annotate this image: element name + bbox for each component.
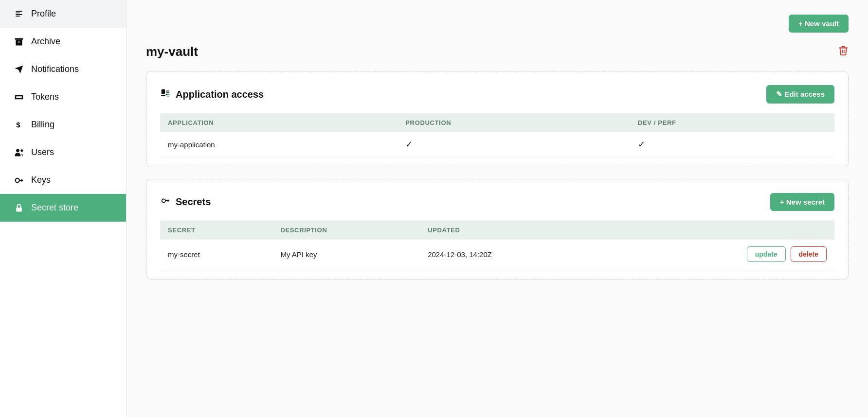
sidebar-item-tokens[interactable]: Tokens — [0, 83, 126, 111]
secrets-card: Secrets + New secret SECRET DESCRIPTION … — [146, 179, 849, 279]
secrets-table-head: SECRET DESCRIPTION UPDATED — [160, 221, 834, 240]
sidebar-item-users[interactable]: Users — [0, 139, 126, 166]
col-secret: SECRET — [160, 221, 272, 240]
sidebar: Profile Archive Notifications Tokens $ B… — [0, 0, 127, 417]
billing-icon: $ — [14, 120, 24, 130]
main-content: + New vault my-vault — [127, 0, 868, 417]
secrets-header: Secrets + New secret — [160, 193, 834, 211]
update-secret-button[interactable]: update — [747, 246, 786, 262]
delete-vault-button[interactable] — [838, 45, 849, 59]
svg-point-4 — [16, 149, 19, 152]
sidebar-item-archive[interactable]: Archive — [0, 28, 126, 55]
sidebar-label-users: Users — [31, 147, 54, 157]
secrets-table-body: my-secret My API key 2024-12-03, 14:20Z … — [160, 240, 834, 269]
application-access-table-head: APPLICATION PRODUCTION DEV / PERF — [160, 113, 834, 132]
archive-icon — [14, 37, 24, 47]
sidebar-label-tokens: Tokens — [31, 92, 59, 102]
sidebar-item-profile[interactable]: Profile — [0, 0, 126, 28]
secret-description: My API key — [272, 240, 420, 269]
sidebar-label-billing: Billing — [31, 120, 54, 130]
svg-rect-0 — [15, 38, 23, 39]
tokens-icon — [14, 92, 24, 102]
delete-secret-button[interactable]: delete — [791, 246, 827, 262]
secret-updated: 2024-12-03, 14:20Z — [420, 240, 608, 269]
keys-icon — [14, 175, 24, 185]
svg-point-10 — [162, 199, 165, 202]
vault-title-row: my-vault — [146, 44, 849, 59]
users-icon — [14, 148, 24, 157]
secrets-icon — [160, 195, 171, 208]
sidebar-item-notifications[interactable]: Notifications — [0, 55, 126, 83]
application-access-header: Application access ✎ Edit access — [160, 85, 834, 104]
application-access-table: APPLICATION PRODUCTION DEV / PERF my-app… — [160, 113, 834, 157]
table-row: my-secret My API key 2024-12-03, 14:20Z … — [160, 240, 834, 269]
vault-title: my-vault — [146, 44, 198, 59]
secrets-title: Secrets — [160, 195, 211, 208]
application-access-card: Application access ✎ Edit access APPLICA… — [146, 71, 849, 167]
svg-point-6 — [16, 178, 19, 182]
sidebar-item-keys[interactable]: Keys — [0, 166, 126, 194]
col-description: DESCRIPTION — [272, 221, 420, 240]
sidebar-label-profile: Profile — [31, 9, 56, 19]
sidebar-label-keys: Keys — [31, 175, 51, 185]
dev-perf-check: ✓ — [630, 132, 834, 157]
edit-access-button[interactable]: ✎ Edit access — [766, 85, 834, 104]
notifications-icon — [14, 65, 24, 74]
secret-name: my-secret — [160, 240, 272, 269]
col-production: PRODUCTION — [398, 113, 630, 132]
svg-text:$: $ — [16, 121, 20, 129]
app-name: my-application — [160, 132, 398, 157]
svg-point-5 — [20, 149, 23, 152]
col-dev-perf: DEV / PERF — [630, 113, 834, 132]
application-access-title: Application access — [160, 88, 264, 101]
sidebar-label-secret-store: Secret store — [31, 203, 78, 213]
col-application: APPLICATION — [160, 113, 398, 132]
secret-actions: update delete — [609, 240, 834, 269]
sidebar-item-billing[interactable]: $ Billing — [0, 111, 126, 139]
new-vault-button[interactable]: + New vault — [789, 15, 849, 33]
sidebar-item-secret-store[interactable]: Secret store — [0, 194, 126, 222]
secrets-table: SECRET DESCRIPTION UPDATED my-secret My … — [160, 221, 834, 269]
svg-rect-7 — [16, 208, 22, 211]
svg-rect-2 — [16, 96, 22, 98]
svg-rect-8 — [162, 89, 165, 93]
secret-store-icon — [14, 203, 24, 213]
col-updated: UPDATED — [420, 221, 608, 240]
application-access-table-body: my-application ✓ ✓ — [160, 132, 834, 157]
col-actions — [609, 221, 834, 240]
table-row: my-application ✓ ✓ — [160, 132, 834, 157]
topbar: + New vault — [146, 15, 849, 33]
app-access-icon — [160, 88, 171, 101]
profile-icon — [14, 9, 24, 19]
new-secret-button[interactable]: + New secret — [770, 193, 834, 211]
sidebar-label-archive: Archive — [31, 36, 60, 47]
sidebar-label-notifications: Notifications — [31, 64, 79, 74]
production-check: ✓ — [398, 132, 630, 157]
